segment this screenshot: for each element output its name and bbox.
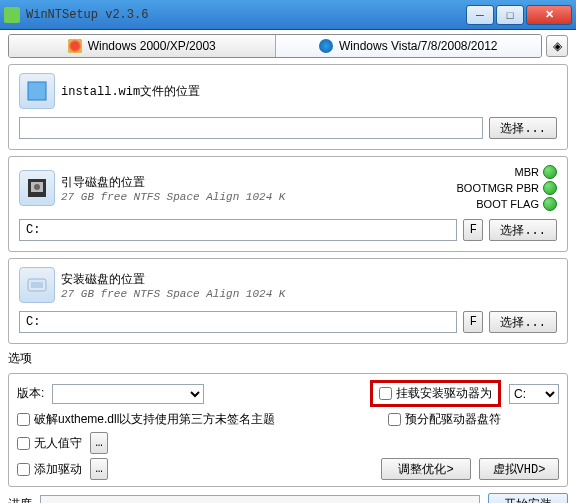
vhd-button[interactable]: 虚拟VHD> xyxy=(479,458,559,480)
install-disk-icon xyxy=(19,267,55,303)
status-mbr-dot xyxy=(543,165,557,179)
wim-label: install.wim文件的位置 xyxy=(61,83,200,100)
options-heading: 选项 xyxy=(8,350,568,367)
mount-driver-checkbox[interactable] xyxy=(379,387,392,400)
status-bootmgr-label: BOOTMGR PBR xyxy=(456,182,539,194)
wim-path-input[interactable] xyxy=(19,117,483,139)
panel-install: 安装磁盘的位置 27 GB free NTFS Space Align 1024… xyxy=(8,258,568,344)
tab-winxp[interactable]: Windows 2000/XP/2003 xyxy=(9,35,276,57)
boot-drive-input[interactable] xyxy=(19,219,457,241)
app-icon xyxy=(4,7,20,23)
boot-select-button[interactable]: 选择... xyxy=(489,219,557,241)
version-label: 版本: xyxy=(17,385,44,402)
uxtheme-label: 破解uxtheme.dll以支持使用第三方未签名主题 xyxy=(34,411,275,428)
status-mbr-label: MBR xyxy=(515,166,539,178)
boot-f-button[interactable]: F xyxy=(463,219,483,241)
prealloc-label: 预分配驱动器盘符 xyxy=(405,411,501,428)
titlebar: WinNTSetup v2.3.6 xyxy=(0,0,576,30)
window-title: WinNTSetup v2.3.6 xyxy=(26,8,466,22)
unattended-browse-button[interactable]: … xyxy=(90,432,108,454)
panel-wim: install.wim文件的位置 选择... xyxy=(8,64,568,150)
add-driver-browse-button[interactable]: … xyxy=(90,458,108,480)
panel-boot: 引导磁盘的位置 27 GB free NTFS Space Align 1024… xyxy=(8,156,568,252)
svg-rect-0 xyxy=(28,82,46,100)
progress-bar xyxy=(40,495,480,503)
wim-select-button[interactable]: 选择... xyxy=(489,117,557,139)
tab-winxp-label: Windows 2000/XP/2003 xyxy=(88,39,216,53)
windows-legacy-icon xyxy=(68,39,82,53)
mount-drive-select[interactable]: C: xyxy=(509,384,559,404)
install-sublabel: 27 GB free NTFS Space Align 1024 K xyxy=(61,288,285,300)
close-button[interactable] xyxy=(526,5,572,25)
version-select[interactable] xyxy=(52,384,204,404)
mount-driver-highlight: 挂载安装驱动器为 xyxy=(370,380,501,407)
boot-label: 引导磁盘的位置 xyxy=(61,174,285,191)
install-f-button[interactable]: F xyxy=(463,311,483,333)
uxtheme-checkbox[interactable] xyxy=(17,413,30,426)
tab-vista[interactable]: Windows Vista/7/8/2008/2012 xyxy=(276,35,542,57)
status-bootflag-label: BOOT FLAG xyxy=(476,198,539,210)
add-driver-label: 添加驱动 xyxy=(34,461,82,478)
unattended-label: 无人值守 xyxy=(34,435,82,452)
wim-icon xyxy=(19,73,55,109)
tab-vista-label: Windows Vista/7/8/2008/2012 xyxy=(339,39,498,53)
install-select-button[interactable]: 选择... xyxy=(489,311,557,333)
boot-disk-icon xyxy=(19,170,55,206)
start-install-button[interactable]: 开始安装 xyxy=(488,493,568,503)
install-drive-input[interactable] xyxy=(19,311,457,333)
tune-button[interactable]: 调整优化> xyxy=(381,458,471,480)
svg-rect-5 xyxy=(31,282,43,288)
unattended-checkbox[interactable] xyxy=(17,437,30,450)
tabs: Windows 2000/XP/2003 Windows Vista/7/8/2… xyxy=(8,34,542,58)
status-bootflag-dot xyxy=(543,197,557,211)
svg-point-3 xyxy=(34,184,40,190)
add-driver-checkbox[interactable] xyxy=(17,463,30,476)
progress-label: 进度 xyxy=(8,496,32,504)
help-button[interactable]: ◈ xyxy=(546,35,568,57)
windows-vista-icon xyxy=(319,39,333,53)
minimize-button[interactable] xyxy=(466,5,494,25)
install-label: 安装磁盘的位置 xyxy=(61,271,285,288)
mount-driver-label: 挂载安装驱动器为 xyxy=(396,385,492,402)
boot-sublabel: 27 GB free NTFS Space Align 1024 K xyxy=(61,191,285,203)
maximize-button[interactable] xyxy=(496,5,524,25)
panel-options: 版本: 挂载安装驱动器为 C: 破解uxtheme.dll以支持使用第三方未签名… xyxy=(8,373,568,487)
status-bootmgr-dot xyxy=(543,181,557,195)
prealloc-checkbox[interactable] xyxy=(388,413,401,426)
